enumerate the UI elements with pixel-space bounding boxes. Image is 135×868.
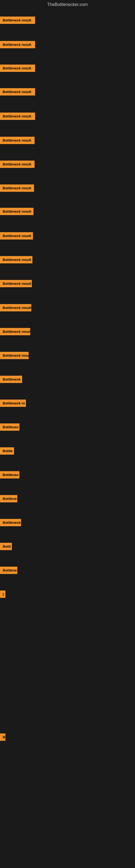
bottleneck-bar-25[interactable]: | xyxy=(0,590,5,598)
bottleneck-bar-22[interactable]: Bottleneck xyxy=(0,519,21,526)
bar-row-10: Bottleneck result xyxy=(0,232,135,241)
bar-row-8: Bottleneck result xyxy=(0,184,135,193)
bar-row-3: Bottleneck result xyxy=(0,65,135,73)
bar-row-21: Bottlene xyxy=(0,495,135,503)
site-title: TheBottlenecker.com xyxy=(0,0,135,9)
bar-row-29: B xyxy=(0,734,135,742)
bar-row-16: Bottleneck xyxy=(0,376,135,384)
bottleneck-bar-2[interactable]: Bottleneck result xyxy=(0,41,35,48)
bar-row-14: Bottleneck result xyxy=(0,328,135,336)
bar-row-15: Bottleneck resu xyxy=(0,352,135,360)
bar-row-12: Bottleneck result xyxy=(0,280,135,288)
bar-row-9: Bottleneck result xyxy=(0,208,135,216)
bottleneck-bar-23[interactable]: Bottl xyxy=(0,543,12,550)
bottleneck-bar-4[interactable]: Bottleneck result xyxy=(0,88,35,95)
bottleneck-bar-24[interactable]: Bottlene xyxy=(0,567,17,574)
bar-row-22: Bottleneck xyxy=(0,519,135,527)
bottleneck-bar-18[interactable]: Bottlenec xyxy=(0,424,19,431)
bottleneck-bar-14[interactable]: Bottleneck result xyxy=(0,328,30,335)
bottleneck-bar-21[interactable]: Bottlene xyxy=(0,495,17,502)
bottleneck-bar-9[interactable]: Bottleneck result xyxy=(0,208,34,215)
bar-row-4: Bottleneck result xyxy=(0,88,135,97)
bar-row-25: | xyxy=(0,590,135,599)
bar-row-20: Bottlenec xyxy=(0,471,135,479)
bottleneck-bar-3[interactable]: Bottleneck result xyxy=(0,65,35,72)
bar-row-2: Bottleneck result xyxy=(0,41,135,50)
bottleneck-bar-10[interactable]: Bottleneck result xyxy=(0,232,33,240)
bottleneck-bar-8[interactable]: Bottleneck result xyxy=(0,184,34,192)
bottleneck-bar-11[interactable]: Bottleneck result xyxy=(0,256,32,264)
bar-row-13: Bottleneck result xyxy=(0,304,135,312)
bottleneck-bar-12[interactable]: Bottleneck result xyxy=(0,280,32,287)
bottleneck-bar-13[interactable]: Bottleneck result xyxy=(0,304,31,311)
bar-row-7: Bottleneck result xyxy=(0,161,135,169)
bottleneck-bar-20[interactable]: Bottlenec xyxy=(0,471,19,478)
bar-row-5: Bottleneck result xyxy=(0,113,135,121)
bottleneck-bar-6[interactable]: Bottleneck result xyxy=(0,137,35,144)
bar-row-17: Bottleneck re xyxy=(0,400,135,408)
bar-row-23: Bottl xyxy=(0,543,135,551)
bottleneck-bar-5[interactable]: Bottleneck result xyxy=(0,113,35,120)
site-title-wrapper: TheBottlenecker.com xyxy=(0,0,135,9)
bottleneck-bar-7[interactable]: Bottleneck result xyxy=(0,161,35,168)
bottleneck-bar-16[interactable]: Bottleneck xyxy=(0,376,22,383)
bar-row-18: Bottlenec xyxy=(0,424,135,432)
bar-row-1: Bottleneck result xyxy=(0,17,135,25)
bar-row-6: Bottleneck result xyxy=(0,137,135,145)
bottleneck-bar-17[interactable]: Bottleneck re xyxy=(0,400,26,407)
bar-row-19: Bottle xyxy=(0,447,135,456)
bottleneck-bar-29[interactable]: B xyxy=(0,734,5,741)
bottleneck-bar-19[interactable]: Bottle xyxy=(0,447,14,455)
bar-row-24: Bottlene xyxy=(0,567,135,575)
bar-row-11: Bottleneck result xyxy=(0,256,135,265)
bottleneck-bar-15[interactable]: Bottleneck resu xyxy=(0,352,29,359)
bars-container: Bottleneck resultBottleneck resultBottle… xyxy=(0,9,135,868)
bottleneck-bar-1[interactable]: Bottleneck result xyxy=(0,17,35,24)
